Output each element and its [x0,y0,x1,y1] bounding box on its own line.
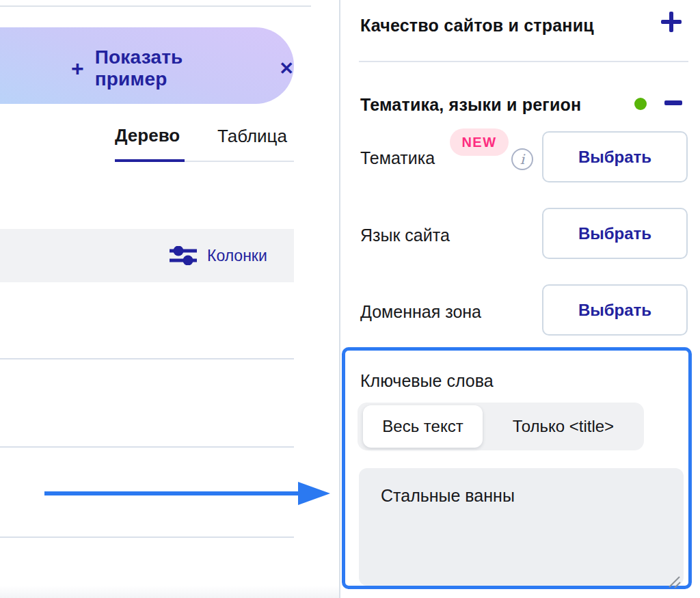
keywords-label: Ключевые слова [360,371,494,391]
active-filter-dot [634,98,647,110]
keywords-input[interactable]: Стальные ванны [359,468,684,586]
select-domain-zone-button[interactable]: Выбрать [542,284,688,336]
plus-icon[interactable] [661,12,682,32]
keywords-scope-segmented-control: Весь текст Только <title> [358,403,644,450]
show-example-content: + Показать пример ✕ [71,46,294,90]
sliders-icon [170,246,197,265]
row-label-domain-zone: Доменная зона [360,302,481,322]
right-arrow-icon [42,479,331,508]
minus-icon[interactable] [664,100,682,105]
section-divider [359,61,688,62]
table-row-divider [0,358,294,359]
select-topic-button[interactable]: Выбрать [542,131,688,182]
tab-table[interactable]: Таблица [217,126,287,147]
segment-only-title[interactable]: Только <title> [483,417,644,436]
bottom-fade [0,586,340,598]
top-divider [0,5,311,7]
table-toolbar: Колонки [0,229,294,282]
resize-handle-icon[interactable] [668,576,682,588]
section-title-quality: Качество сайтов и страниц [360,16,594,36]
section-title-topics: Тематика, языки и регион [360,95,581,115]
tab-active-indicator [115,159,185,162]
row-label-topic: Тематика [360,148,435,168]
columns-button[interactable]: Колонки [170,229,267,282]
show-example-button[interactable]: + Показать пример ✕ [0,27,294,104]
keywords-highlight-box: Ключевые слова Весь текст Только <title>… [342,347,692,589]
close-icon[interactable]: ✕ [279,58,294,79]
columns-button-label: Колонки [207,247,267,265]
table-row-divider [0,536,294,538]
segment-all-text[interactable]: Весь текст [363,405,483,448]
plus-icon: + [71,56,84,81]
panel-divider [339,0,340,598]
tab-tree[interactable]: Дерево [115,125,180,146]
select-site-language-button[interactable]: Выбрать [542,208,688,259]
table-row-divider [0,446,294,448]
new-badge: NEW [450,128,509,156]
show-example-label: Показать пример [95,46,251,90]
row-label-site-language: Язык сайта [360,226,450,245]
info-icon[interactable]: i [511,148,533,170]
screenshot-root: + Показать пример ✕ Дерево Таблица Колон… [0,0,700,598]
